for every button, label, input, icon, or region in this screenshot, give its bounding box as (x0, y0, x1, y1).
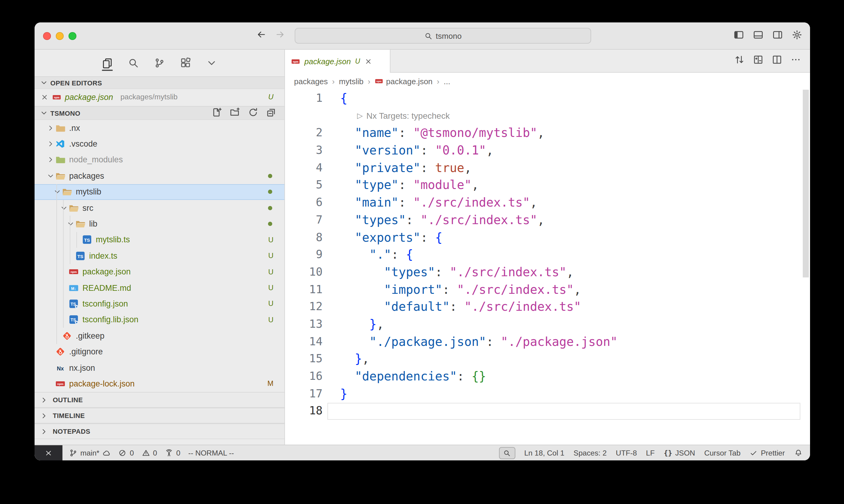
chevron-down-icon[interactable] (46, 171, 55, 181)
cursor-tab-status-item[interactable]: Cursor Tab (704, 449, 741, 457)
chevron-down-icon[interactable] (52, 187, 62, 197)
indentation-status-item[interactable]: Spaces: 2 (573, 449, 607, 457)
tree-item-nx-json[interactable]: Nxnx.json (35, 360, 285, 376)
title-bar-actions (734, 22, 802, 49)
ports-status-item[interactable]: 0 (165, 449, 180, 457)
open-editors-header[interactable]: OPEN EDITORS (35, 76, 285, 89)
tree-item-packages[interactable]: packages (35, 168, 285, 184)
code-line[interactable]: }, (340, 350, 618, 368)
tree-item-mytslib-ts[interactable]: TSmytslib.tsU (35, 232, 285, 248)
open-editor-item[interactable]: npmpackage.jsonpackages/mytslibU (35, 89, 285, 105)
tree-item-mytslib[interactable]: mytslib (35, 184, 285, 200)
errors-status-item[interactable]: 0 (119, 449, 134, 457)
breadcrumb-mytslib[interactable]: mytslib (339, 77, 363, 86)
new-folder-button[interactable] (230, 107, 243, 119)
chevron-down-icon (206, 57, 217, 69)
code-line[interactable]: "types": "./src/index.ts", (340, 211, 618, 229)
code-line[interactable]: "main": "./src/index.ts", (340, 194, 618, 211)
svg-text:TS: TS (71, 318, 76, 322)
code-line[interactable]: "default": "./src/index.ts" (340, 298, 618, 316)
breadcrumb--[interactable]: ... (444, 77, 450, 86)
toggle-panel-button[interactable] (753, 30, 763, 42)
code-line[interactable]: "private": true, (340, 159, 618, 177)
tree-item-package-lock-json[interactable]: npmpackage-lock.jsonM (35, 376, 285, 392)
more-actions-button[interactable] (791, 55, 801, 67)
code-line[interactable]: "name": "@tsmono/mytslib", (340, 125, 618, 142)
tree-item-lib[interactable]: lib (35, 216, 285, 232)
tab-package-json[interactable]: npm package.json U (285, 50, 391, 73)
cursor-position-status-item[interactable]: Ln 18, Col 1 (524, 449, 565, 457)
close-icon[interactable] (364, 57, 372, 65)
activity-more-views[interactable] (204, 55, 220, 71)
tree-item-node-modules[interactable]: node_modules (35, 152, 285, 168)
code-line[interactable]: } (340, 385, 618, 402)
tree-item-package-json[interactable]: npmpackage.jsonU (35, 264, 285, 280)
activity-search[interactable] (125, 55, 141, 71)
command-center-search[interactable]: tsmono (295, 28, 591, 43)
split-editor-button[interactable] (772, 55, 782, 67)
activity-extensions[interactable] (178, 55, 193, 71)
compare-changes-button[interactable] (734, 55, 744, 67)
vertical-scrollbar[interactable] (803, 90, 809, 277)
code-line[interactable]: }, (340, 316, 618, 333)
back-button[interactable] (257, 30, 266, 42)
tree-item--gitkeep[interactable]: .gitkeep (35, 328, 285, 344)
panel-header-outline[interactable]: OUTLINE (35, 392, 285, 408)
new-file-button[interactable] (212, 107, 224, 119)
settings-button[interactable] (792, 30, 802, 42)
open-changes-button[interactable] (753, 55, 763, 67)
code-line[interactable] (340, 402, 618, 420)
tree-item--vscode[interactable]: .vscode (35, 136, 285, 152)
close-window-button[interactable] (43, 32, 51, 40)
code-line[interactable]: "./package.json": "./package.json" (340, 333, 618, 350)
line-number: 12 (285, 298, 323, 316)
chevron-down-icon[interactable] (59, 203, 69, 213)
encoding-status-item[interactable]: UTF-8 (616, 449, 637, 457)
activity-source-control[interactable] (152, 55, 167, 71)
panel-header-timeline[interactable]: TIMELINE (35, 408, 285, 424)
chevron-right-icon[interactable] (46, 123, 55, 133)
code-line[interactable]: "type": "module", (340, 177, 618, 194)
chevron-right-icon[interactable] (46, 139, 55, 149)
remote-indicator[interactable] (35, 445, 63, 461)
code-line[interactable]: "types": "./src/index.ts", (340, 264, 618, 281)
code-line[interactable]: "exports": { (340, 229, 618, 246)
zoom-window-button[interactable] (69, 32, 76, 40)
tree-item-tsconfig-lib-json[interactable]: TStsconfig.lib.jsonU (35, 312, 285, 328)
activity-explorer[interactable] (100, 55, 115, 71)
tree-item-tsconfig-json[interactable]: TStsconfig.jsonU (35, 296, 285, 312)
tree-item-index-ts[interactable]: TSindex.tsU (35, 248, 285, 264)
minimize-window-button[interactable] (56, 32, 63, 40)
toggle-primary-sidebar-button[interactable] (734, 30, 744, 42)
tree-item-src[interactable]: src (35, 200, 285, 216)
explorer-header[interactable]: TSMONO (35, 106, 285, 120)
zoom-indicator[interactable] (499, 447, 515, 459)
notifications-status-item[interactable] (794, 449, 802, 457)
code-line[interactable]: { (340, 90, 618, 107)
code-editor[interactable]: 123456789101112131415161718 {▷Nx Targets… (285, 90, 810, 445)
breadcrumb-packages[interactable]: packages (294, 77, 328, 86)
code-line[interactable]: "version": "0.0.1", (340, 142, 618, 159)
forward-button[interactable] (275, 30, 285, 42)
tree-item--nx[interactable]: .nx (35, 120, 285, 136)
panel-header-notepads[interactable]: NOTEPADS (35, 424, 285, 439)
close-editor-icon[interactable] (41, 93, 49, 101)
code-lens[interactable]: ▷Nx Targets: typecheck (340, 107, 618, 124)
toggle-secondary-sidebar-button[interactable] (773, 30, 783, 42)
chevron-right-icon[interactable] (46, 155, 55, 165)
breadcrumb-package-json[interactable]: npmpackage.json (375, 77, 433, 86)
language-mode-status-item[interactable]: {}JSON (664, 449, 695, 457)
code-line[interactable]: ".": { (340, 246, 618, 263)
vim-mode-status-item[interactable]: -- NORMAL -- (188, 449, 234, 457)
refresh-explorer-button[interactable] (248, 107, 261, 119)
code-line[interactable]: "import": "./src/index.ts", (340, 281, 618, 298)
code-line[interactable]: "dependencies": {} (340, 368, 618, 385)
collapse-folders-button[interactable] (266, 107, 279, 119)
formatter-status-item[interactable]: Prettier (750, 449, 785, 457)
chevron-down-icon[interactable] (66, 219, 75, 229)
tree-item-readme-md[interactable]: M↓README.mdU (35, 280, 285, 296)
tree-item--gitignore[interactable]: .gitignore (35, 344, 285, 360)
branch-status-item[interactable]: main* (69, 449, 111, 457)
eol-status-item[interactable]: LF (646, 449, 655, 457)
warnings-status-item[interactable]: 0 (142, 449, 157, 457)
